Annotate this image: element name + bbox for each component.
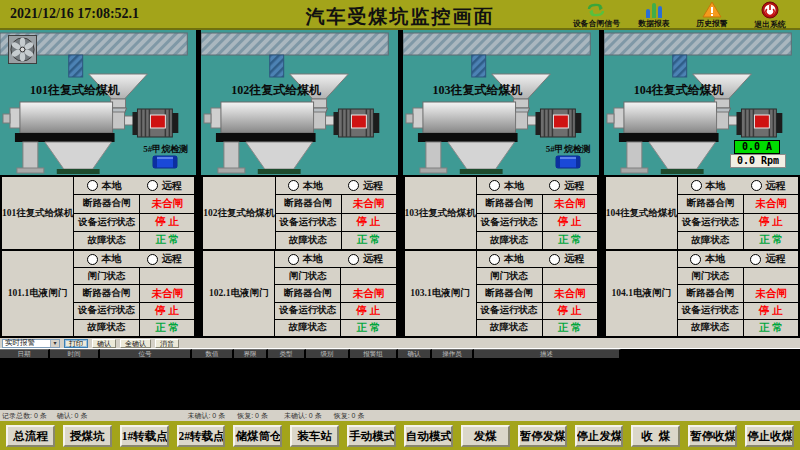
- panel-title: 102往复式给煤机: [203, 177, 275, 249]
- nav-send-coal-button[interactable]: 发煤: [461, 425, 510, 447]
- nav-auto-mode-button[interactable]: 自动模式: [404, 425, 453, 447]
- radio-label: 本地: [303, 252, 323, 266]
- remote-radio[interactable]: 远程: [147, 252, 182, 266]
- local-radio[interactable]: 本地: [288, 252, 323, 266]
- breaker-status-value: 未合闸: [543, 285, 597, 301]
- mode-select-row: 本地 远程: [74, 251, 194, 267]
- nav-stop-receive-button[interactable]: 停止收煤: [745, 425, 794, 447]
- local-radio[interactable]: 本地: [691, 179, 726, 193]
- breaker-status-value: 未合闸: [140, 195, 194, 212]
- remote-radio[interactable]: 远程: [348, 179, 383, 193]
- alarm-filter-value: 实时报警: [5, 338, 35, 348]
- nav-coal-pit-button[interactable]: 授煤坑: [63, 425, 112, 447]
- data-report-button[interactable]: 数据报表: [628, 0, 680, 30]
- fault-status-row: 故障状态 正 常: [276, 231, 396, 249]
- radio-label: 远程: [765, 252, 785, 266]
- fault-status-value: 正 常: [744, 320, 798, 336]
- run-status-row: 设备运行状态 停 止: [477, 213, 597, 231]
- mode-select-row: 本地 远程: [276, 177, 396, 194]
- local-radio[interactable]: 本地: [87, 179, 122, 193]
- local-radio[interactable]: 本地: [87, 252, 122, 266]
- row-label: 故障状态: [275, 320, 341, 336]
- fault-status-value: 正 常: [341, 320, 395, 336]
- run-status-row: 设备运行状态 停 止: [678, 302, 798, 319]
- alarm-filter-select[interactable]: 实时报警 ▾: [2, 339, 60, 348]
- row-label: 设备运行状态: [74, 303, 140, 319]
- row-label: 断路器合闸: [74, 195, 140, 212]
- speed-display: 0.0 Rpm: [730, 154, 786, 168]
- run-status-value: 停 止: [744, 214, 798, 231]
- fan-icon: [8, 35, 37, 64]
- remote-radio[interactable]: 远程: [147, 179, 182, 193]
- run-status-value: 停 止: [140, 214, 194, 231]
- breaker-signal-button[interactable]: 设备合闸信号: [570, 0, 622, 30]
- feeder-label: 103往复式给煤机: [433, 82, 523, 99]
- alarm-col-value: 数值: [192, 349, 234, 358]
- remote-radio[interactable]: 远程: [348, 252, 383, 266]
- radio-label: 本地: [303, 179, 323, 193]
- radio-icon: [489, 254, 500, 265]
- remote-radio[interactable]: 远程: [549, 179, 584, 193]
- gate-state-row: 闸门状态: [275, 267, 395, 284]
- local-radio[interactable]: 本地: [489, 252, 524, 266]
- radio-icon: [147, 180, 158, 191]
- run-status-value: 停 止: [140, 303, 194, 319]
- alarm-col-operator: 操作员: [432, 349, 474, 358]
- local-radio[interactable]: 本地: [690, 252, 725, 266]
- row-label: 故障状态: [678, 320, 744, 336]
- chevron-down-icon: ▾: [50, 340, 59, 347]
- run-status-value: 停 止: [744, 303, 798, 319]
- radio-label: 远程: [363, 252, 383, 266]
- page-title: 汽车受煤坑监控画面: [306, 4, 495, 30]
- mode-select-row: 本地 远程: [477, 177, 597, 194]
- alarm-status-bar: 记录总数: 0 条 确认: 0 条 未确认: 0 条 恢复: 0 条 未确认: …: [0, 410, 800, 421]
- gate-state-row: 闸门状态: [74, 267, 194, 284]
- breaker-status-value: 未合闸: [140, 285, 194, 301]
- gate-status-panel: 103.1电液闸门 本地 远程 闸门状态 断路器合闸 未合闸: [403, 251, 599, 338]
- remote-radio[interactable]: 远程: [751, 179, 786, 193]
- fault-status-row: 故障状态 正 常: [477, 231, 597, 249]
- methane-detector-icon: [152, 154, 178, 169]
- run-status-row: 设备运行状态 停 止: [74, 213, 194, 231]
- nav-transfer2-button[interactable]: 2#转载点: [177, 425, 226, 447]
- panel-title: 103.1电液闸门: [405, 251, 477, 336]
- history-alarm-button[interactable]: 历史报警: [686, 0, 738, 30]
- print-button[interactable]: 打印: [64, 339, 88, 348]
- nav-loading-station-button[interactable]: 装车站: [290, 425, 339, 447]
- gate-state-row: 闸门状态: [477, 267, 597, 284]
- ack-all-button[interactable]: 全确认: [120, 339, 151, 348]
- current-display: 0.0 A: [734, 140, 780, 154]
- run-status-value: 停 止: [341, 303, 395, 319]
- nav-transfer1-button[interactable]: 1#转载点: [120, 425, 169, 447]
- tool-label: 设备合闸信号: [573, 18, 620, 29]
- exit-system-button[interactable]: 退出系统: [744, 0, 796, 30]
- fault-status-row: 故障状态 正 常: [74, 231, 194, 249]
- local-radio[interactable]: 本地: [489, 179, 524, 193]
- row-label: 故障状态: [276, 232, 342, 249]
- feeder-bay-104: 104往复式给煤机 0.0 A 0.0 Rpm: [604, 30, 800, 175]
- gate-status-panel: 104.1电液闸门 本地 远程 闸门状态 断路器合闸 未合闸: [604, 251, 800, 338]
- nav-pause-receive-button[interactable]: 暂停收煤: [688, 425, 737, 447]
- nav-stop-send-button[interactable]: 停止发煤: [575, 425, 624, 447]
- nav-manual-mode-button[interactable]: 手动模式: [347, 425, 396, 447]
- remote-radio[interactable]: 远程: [549, 252, 584, 266]
- scada-screen: 2021/12/16 17:08:52.1 汽车受煤坑监控画面 设备合闸信号: [0, 0, 800, 450]
- nav-pause-send-button[interactable]: 暂停发煤: [518, 425, 567, 447]
- nav-receive-coal-button[interactable]: 收 煤: [631, 425, 680, 447]
- breaker-status-value: 未合闸: [543, 195, 597, 212]
- breaker-status-value: 未合闸: [744, 195, 798, 212]
- ack-button[interactable]: 确认: [92, 339, 116, 348]
- radio-label: 远程: [564, 252, 584, 266]
- row-label: 故障状态: [74, 320, 140, 336]
- radio-label: 远程: [564, 179, 584, 193]
- nav-silo-button[interactable]: 储煤筒仓: [233, 425, 282, 447]
- row-label: 断路器合闸: [74, 285, 140, 301]
- feeder-label: 101往复式给煤机: [30, 82, 120, 99]
- mute-button[interactable]: 消音: [155, 339, 179, 348]
- fault-status-value: 正 常: [342, 232, 396, 249]
- nav-main-flow-button[interactable]: 总流程: [6, 425, 55, 447]
- local-radio[interactable]: 本地: [288, 179, 323, 193]
- feeder-bay-103: 103往复式给煤机 5#甲烷检测: [403, 30, 599, 175]
- panel-title: 101往复式给煤机: [2, 177, 74, 249]
- remote-radio[interactable]: 远程: [750, 252, 785, 266]
